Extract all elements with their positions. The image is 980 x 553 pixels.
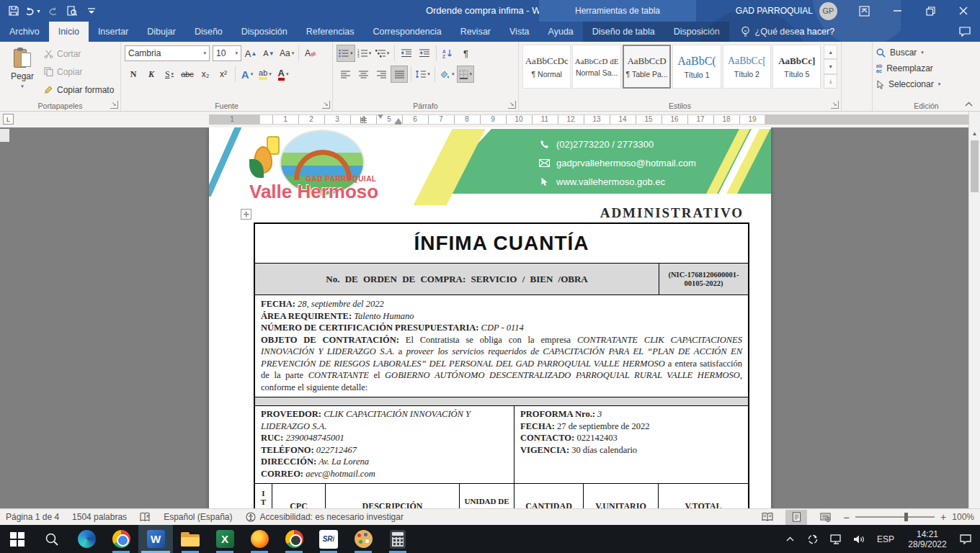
save-button[interactable] <box>4 1 23 20</box>
font-size-combo[interactable]: 10▾ <box>213 45 241 61</box>
underline-button[interactable]: S <box>161 66 178 83</box>
increase-indent-button[interactable] <box>416 45 433 62</box>
replace-button[interactable]: abac Reemplazar <box>876 60 976 76</box>
decrease-indent-button[interactable] <box>398 45 415 62</box>
document-page[interactable]: (02)2773220 / 2773300 gadprvallehermoso@… <box>209 127 771 508</box>
text-effects-button[interactable]: A <box>239 66 256 83</box>
taskbar-paint[interactable] <box>346 525 380 553</box>
find-button[interactable]: Buscar ▾ <box>876 45 976 60</box>
taskbar-explorer[interactable] <box>173 525 208 553</box>
clipboard-dialog-launcher[interactable]: ↘ <box>110 101 118 109</box>
line-spacing-button[interactable] <box>414 66 432 83</box>
restore-button[interactable] <box>914 0 947 22</box>
close-button[interactable] <box>947 0 980 22</box>
grow-font-button[interactable]: A▲ <box>242 45 259 62</box>
borders-button[interactable] <box>457 66 475 83</box>
style-titulo-1[interactable]: AaBbC( Título 1 <box>672 45 721 89</box>
accessibility-status[interactable]: Accesibilidad: es necesario investigar <box>246 512 404 522</box>
tab-diseno-de-tabla[interactable]: Diseño de tabla <box>583 22 664 42</box>
word-count[interactable]: 1504 palabras <box>72 512 127 522</box>
customize-qat-button[interactable] <box>81 1 101 20</box>
tell-me-box[interactable]: ¿Qué desea hacer? <box>741 22 835 42</box>
undo-dropdown-arrow[interactable]: ▾ <box>37 8 40 14</box>
tab-disposicion-tabla[interactable]: Disposición <box>664 22 729 42</box>
vertical-scrollbar[interactable]: ▲ <box>968 127 980 508</box>
language-indicator[interactable]: Español (España) <box>164 512 232 522</box>
align-center-button[interactable] <box>355 66 372 83</box>
avatar[interactable]: GP <box>819 2 837 20</box>
format-painter-button[interactable]: Copiar formato <box>44 82 114 97</box>
zoom-slider[interactable] <box>855 516 935 518</box>
copy-button[interactable]: Copiar <box>44 64 114 79</box>
comments-icon[interactable] <box>950 22 980 42</box>
tab-insertar[interactable]: Insertar <box>89 22 138 42</box>
tab-referencias[interactable]: Referencias <box>297 22 364 42</box>
tab-ayuda[interactable]: Ayuda <box>539 22 583 42</box>
zoom-slider-thumb[interactable] <box>904 513 908 521</box>
taskbar-excel[interactable]: X <box>208 525 242 553</box>
styles-scroll-down[interactable]: ▼ <box>824 59 837 73</box>
tab-inicio[interactable]: Inicio <box>49 22 89 42</box>
style-titulo-2[interactable]: AaBbCc[ Título 2 <box>723 45 771 89</box>
table-column-marker[interactable] <box>360 117 367 123</box>
tab-revisar[interactable]: Revisar <box>451 22 500 42</box>
clear-formatting-button[interactable]: A <box>302 45 319 62</box>
justify-button[interactable] <box>391 66 408 83</box>
select-button[interactable]: Seleccionar ▾ <box>876 76 976 92</box>
scroll-up-arrow[interactable]: ▲ <box>969 127 980 139</box>
volume-tray-icon[interactable] <box>849 525 869 553</box>
align-left-button[interactable] <box>337 66 354 83</box>
tab-diseno[interactable]: Diseño <box>185 22 232 42</box>
align-right-button[interactable] <box>373 66 390 83</box>
tab-archivo[interactable]: Archivo <box>0 22 49 42</box>
print-preview-button[interactable] <box>62 1 81 20</box>
change-case-button[interactable]: Aa <box>278 45 295 62</box>
read-mode-button[interactable] <box>757 510 778 525</box>
proofing-icon[interactable] <box>140 512 151 522</box>
shrink-font-button[interactable]: A▼ <box>260 45 277 62</box>
style-normal-sa[interactable]: AaBbCcD dE Normal Sa... <box>572 45 620 89</box>
zoom-in-button[interactable]: + <box>940 511 946 523</box>
font-dialog-launcher[interactable]: ↘ <box>322 101 330 109</box>
taskbar-calculator[interactable] <box>380 525 415 553</box>
minimize-button[interactable] <box>881 0 914 22</box>
clock[interactable]: 14:21 28/9/2022 <box>902 529 953 549</box>
taskbar-chrome[interactable] <box>104 525 138 553</box>
network-tray-icon[interactable] <box>826 525 846 553</box>
zoom-level[interactable]: 100% <box>952 512 974 522</box>
start-button[interactable] <box>0 525 35 553</box>
cut-button[interactable]: Cortar <box>44 46 114 61</box>
first-line-indent-marker[interactable] <box>378 114 383 119</box>
font-name-combo[interactable]: Cambria▾ <box>125 45 210 61</box>
tab-vista[interactable]: Vista <box>500 22 539 42</box>
zoom-out-button[interactable]: − <box>843 511 850 523</box>
taskbar-chrome-profile[interactable] <box>277 525 311 553</box>
paragraph-dialog-launcher[interactable]: ↘ <box>508 101 516 109</box>
account-area[interactable]: GAD PARROQUIAL GP <box>736 2 837 20</box>
styles-scroll-up[interactable]: ▲ <box>824 45 837 59</box>
table-move-handle[interactable]: ✛ <box>241 209 251 220</box>
undo-button[interactable]: ▾ <box>23 1 43 20</box>
web-layout-button[interactable] <box>814 510 836 525</box>
bullets-button[interactable] <box>337 45 355 62</box>
taskbar-firefox[interactable] <box>242 525 277 553</box>
redo-button[interactable] <box>43 1 62 20</box>
taskbar-word[interactable]: W <box>138 525 173 553</box>
subscript-button[interactable]: x₂ <box>197 66 214 83</box>
tray-chevron-icon[interactable] <box>780 525 800 553</box>
collapse-ribbon-button[interactable] <box>965 102 973 107</box>
tab-disposicion[interactable]: Disposición <box>232 22 297 42</box>
styles-gallery-expand[interactable]: ⤓ <box>824 74 837 89</box>
italic-button[interactable]: K <box>143 66 160 83</box>
document-canvas[interactable]: (02)2773220 / 2773300 gadprvallehermoso@… <box>0 127 980 508</box>
highlight-color-button[interactable]: ab <box>257 66 274 83</box>
bold-button[interactable]: N <box>125 66 142 83</box>
language-tray-indicator[interactable]: ESP <box>872 534 899 544</box>
page-indicator[interactable]: Página 1 de 4 <box>6 512 59 522</box>
style-table-paragraph[interactable]: AaBbCcD ¶ Table Pa... <box>623 45 671 89</box>
left-indent-marker[interactable] <box>395 122 401 125</box>
paste-dropdown-arrow[interactable]: ▾ <box>21 84 24 89</box>
purchase-order-table[interactable]: ÍNFIMA CUANTÍA No. DE ORDEN DE COMPRA: S… <box>254 222 749 508</box>
ribbon-display-options-button[interactable] <box>847 0 881 22</box>
style-titulo-5[interactable]: AaBbCc] Título 5 <box>772 45 821 89</box>
